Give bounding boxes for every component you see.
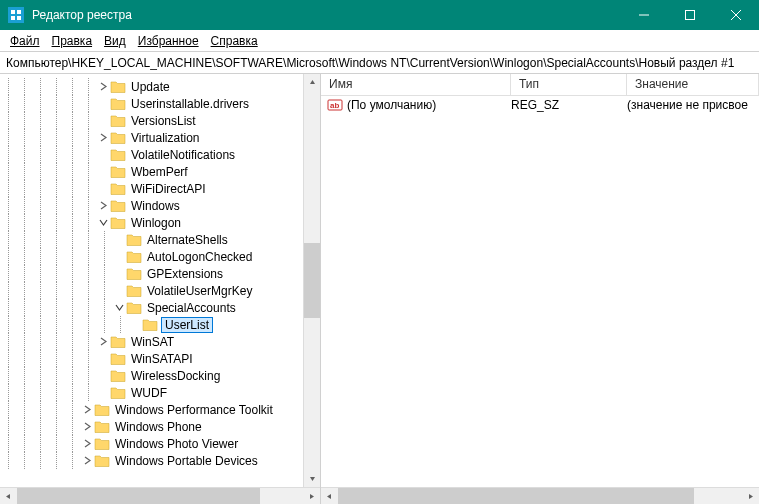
tree-item[interactable]: WinSATAPI: [0, 350, 320, 367]
tree-item[interactable]: Userinstallable.drivers: [0, 95, 320, 112]
tree-item-label: VolatileUserMgrKey: [145, 284, 254, 298]
expander-icon[interactable]: [96, 335, 110, 349]
svg-rect-5: [686, 11, 695, 20]
tree-item[interactable]: Winlogon: [0, 214, 320, 231]
tree-item[interactable]: UserList: [0, 316, 320, 333]
tree-item[interactable]: WbemPerf: [0, 163, 320, 180]
expander-icon[interactable]: [80, 403, 94, 417]
scrollbar-thumb[interactable]: [17, 488, 260, 505]
tree-scrollbar-vertical[interactable]: [303, 74, 320, 487]
tree-item[interactable]: Update: [0, 78, 320, 95]
titlebar: Редактор реестра: [0, 0, 759, 30]
tree-item-label: WinSAT: [129, 335, 176, 349]
menu-help[interactable]: Справка: [205, 32, 264, 50]
tree-item-label: Windows Portable Devices: [113, 454, 260, 468]
tree-item[interactable]: VolatileNotifications: [0, 146, 320, 163]
workspace: UpdateUserinstallable.driversVersionsLis…: [0, 74, 759, 504]
tree-item-label: WirelessDocking: [129, 369, 222, 383]
tree-item[interactable]: WinSAT: [0, 333, 320, 350]
list-scrollbar-horizontal[interactable]: [321, 487, 759, 504]
expander-icon[interactable]: [96, 199, 110, 213]
tree-spacer: [96, 182, 110, 196]
expander-icon[interactable]: [96, 216, 110, 230]
list-header: Имя Тип Значение: [321, 74, 759, 96]
scroll-right-icon[interactable]: [742, 488, 759, 505]
tree-spacer: [96, 165, 110, 179]
svg-rect-3: [17, 16, 21, 20]
tree-item-label: GPExtensions: [145, 267, 225, 281]
value-type: REG_SZ: [511, 98, 627, 112]
list-row[interactable]: ab(По умолчанию)REG_SZ(значение не присв…: [321, 96, 759, 114]
tree-item[interactable]: Windows Photo Viewer: [0, 435, 320, 452]
registry-tree[interactable]: UpdateUserinstallable.driversVersionsLis…: [0, 74, 320, 473]
tree-pane: UpdateUserinstallable.driversVersionsLis…: [0, 74, 321, 504]
tree-item-label: Windows Performance Toolkit: [113, 403, 275, 417]
menu-view[interactable]: Вид: [98, 32, 132, 50]
minimize-button[interactable]: [621, 0, 667, 30]
expander-icon[interactable]: [96, 80, 110, 94]
svg-rect-1: [17, 10, 21, 14]
tree-item-label: AlternateShells: [145, 233, 230, 247]
expander-icon[interactable]: [112, 301, 126, 315]
tree-spacer: [96, 386, 110, 400]
menubar: Файл Правка Вид Избранное Справка: [0, 30, 759, 52]
scroll-down-icon[interactable]: [304, 470, 321, 487]
tree-item[interactable]: GPExtensions: [0, 265, 320, 282]
expander-icon[interactable]: [80, 420, 94, 434]
tree-item-label: UserList: [161, 317, 213, 333]
svg-rect-2: [11, 16, 15, 20]
expander-icon[interactable]: [80, 454, 94, 468]
tree-spacer: [96, 369, 110, 383]
tree-spacer: [112, 284, 126, 298]
tree-item-label: SpecialAccounts: [145, 301, 238, 315]
tree-item[interactable]: SpecialAccounts: [0, 299, 320, 316]
scroll-left-icon[interactable]: [0, 488, 17, 505]
tree-item-label: AutoLogonChecked: [145, 250, 254, 264]
menu-file[interactable]: Файл: [4, 32, 46, 50]
tree-spacer: [96, 97, 110, 111]
value-data: (значение не присвое: [627, 98, 759, 112]
tree-item-label: Windows Photo Viewer: [113, 437, 240, 451]
tree-spacer: [128, 318, 142, 332]
tree-item-label: VolatileNotifications: [129, 148, 237, 162]
column-header-type[interactable]: Тип: [511, 74, 627, 95]
tree-item[interactable]: WUDF: [0, 384, 320, 401]
tree-item[interactable]: Windows Phone: [0, 418, 320, 435]
tree-scrollbar-horizontal[interactable]: [0, 487, 320, 504]
tree-item[interactable]: VersionsList: [0, 112, 320, 129]
menu-favorites[interactable]: Избранное: [132, 32, 205, 50]
expander-icon[interactable]: [80, 437, 94, 451]
scroll-up-icon[interactable]: [304, 74, 321, 91]
tree-item-label: WbemPerf: [129, 165, 190, 179]
list-body[interactable]: ab(По умолчанию)REG_SZ(значение не присв…: [321, 96, 759, 487]
tree-item-label: WiFiDirectAPI: [129, 182, 208, 196]
menu-edit[interactable]: Правка: [46, 32, 99, 50]
tree-item[interactable]: VolatileUserMgrKey: [0, 282, 320, 299]
address-bar[interactable]: Компьютер\HKEY_LOCAL_MACHINE\SOFTWARE\Mi…: [0, 52, 759, 74]
tree-item[interactable]: Windows Performance Toolkit: [0, 401, 320, 418]
tree-item[interactable]: Virtualization: [0, 129, 320, 146]
tree-spacer: [96, 114, 110, 128]
window-title: Редактор реестра: [32, 8, 621, 22]
close-button[interactable]: [713, 0, 759, 30]
tree-item-label: VersionsList: [129, 114, 198, 128]
scroll-left-icon[interactable]: [321, 488, 338, 505]
tree-item[interactable]: AutoLogonChecked: [0, 248, 320, 265]
list-pane: Имя Тип Значение ab(По умолчанию)REG_SZ(…: [321, 74, 759, 504]
tree-item[interactable]: AlternateShells: [0, 231, 320, 248]
tree-item-label: WUDF: [129, 386, 169, 400]
maximize-button[interactable]: [667, 0, 713, 30]
tree-item[interactable]: Windows: [0, 197, 320, 214]
value-name: (По умолчанию): [347, 98, 511, 112]
tree-item-label: Windows Phone: [113, 420, 204, 434]
tree-item[interactable]: WirelessDocking: [0, 367, 320, 384]
tree-item[interactable]: Windows Portable Devices: [0, 452, 320, 469]
tree-item-label: Winlogon: [129, 216, 183, 230]
scroll-right-icon[interactable]: [303, 488, 320, 505]
scrollbar-thumb[interactable]: [338, 488, 694, 505]
scrollbar-thumb[interactable]: [304, 243, 321, 319]
column-header-value[interactable]: Значение: [627, 74, 759, 95]
column-header-name[interactable]: Имя: [321, 74, 511, 95]
tree-item[interactable]: WiFiDirectAPI: [0, 180, 320, 197]
expander-icon[interactable]: [96, 131, 110, 145]
